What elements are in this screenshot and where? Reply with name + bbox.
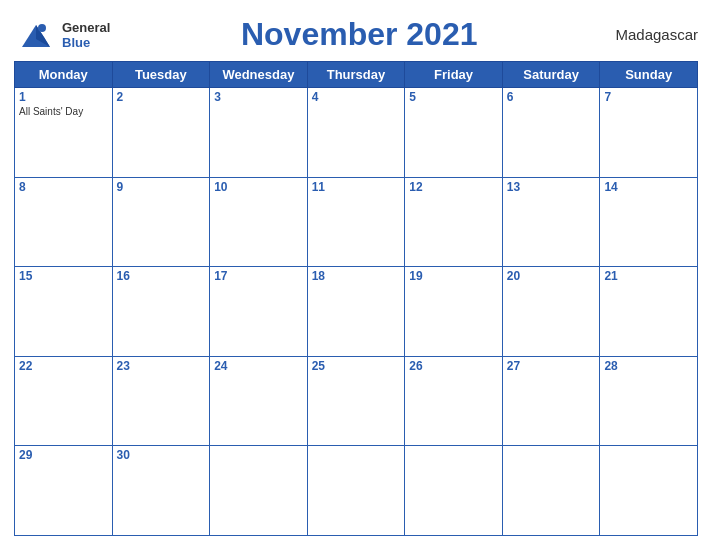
day-cell: 27 — [502, 356, 600, 446]
day-cell: 17 — [210, 267, 308, 357]
day-cell: 16 — [112, 267, 210, 357]
day-cell: 19 — [405, 267, 503, 357]
day-cell: 22 — [15, 356, 113, 446]
day-number: 27 — [507, 359, 596, 373]
day-number: 25 — [312, 359, 401, 373]
day-cell: 24 — [210, 356, 308, 446]
weekday-monday: Monday — [15, 62, 113, 88]
month-title: November 2021 — [110, 16, 608, 53]
day-cell: 8 — [15, 177, 113, 267]
day-number: 17 — [214, 269, 303, 283]
weekday-tuesday: Tuesday — [112, 62, 210, 88]
day-cell: 29 — [15, 446, 113, 536]
day-number: 30 — [117, 448, 206, 462]
day-number: 4 — [312, 90, 401, 104]
day-cell: 3 — [210, 88, 308, 178]
day-cell — [210, 446, 308, 536]
day-number: 13 — [507, 180, 596, 194]
day-number: 23 — [117, 359, 206, 373]
day-cell: 15 — [15, 267, 113, 357]
week-row-3: 15161718192021 — [15, 267, 698, 357]
day-number: 28 — [604, 359, 693, 373]
day-number: 21 — [604, 269, 693, 283]
day-cell: 11 — [307, 177, 405, 267]
weekday-sunday: Sunday — [600, 62, 698, 88]
day-cell: 1All Saints' Day — [15, 88, 113, 178]
week-row-5: 2930 — [15, 446, 698, 536]
day-cell: 14 — [600, 177, 698, 267]
day-cell: 30 — [112, 446, 210, 536]
day-cell — [502, 446, 600, 536]
day-cell — [307, 446, 405, 536]
weekday-saturday: Saturday — [502, 62, 600, 88]
day-number: 9 — [117, 180, 206, 194]
day-cell — [405, 446, 503, 536]
day-cell: 21 — [600, 267, 698, 357]
day-number: 11 — [312, 180, 401, 194]
day-cell: 18 — [307, 267, 405, 357]
week-row-1: 1All Saints' Day234567 — [15, 88, 698, 178]
day-cell: 12 — [405, 177, 503, 267]
event-label: All Saints' Day — [19, 106, 108, 117]
day-cell: 23 — [112, 356, 210, 446]
day-number: 10 — [214, 180, 303, 194]
day-number: 14 — [604, 180, 693, 194]
day-cell: 6 — [502, 88, 600, 178]
day-cell: 10 — [210, 177, 308, 267]
day-number: 19 — [409, 269, 498, 283]
day-cell: 25 — [307, 356, 405, 446]
logo-text: General Blue — [62, 20, 110, 50]
day-number: 26 — [409, 359, 498, 373]
day-number: 24 — [214, 359, 303, 373]
day-cell: 5 — [405, 88, 503, 178]
day-number: 5 — [409, 90, 498, 104]
day-number: 29 — [19, 448, 108, 462]
day-cell: 9 — [112, 177, 210, 267]
day-number: 1 — [19, 90, 108, 104]
day-cell: 2 — [112, 88, 210, 178]
day-cell: 20 — [502, 267, 600, 357]
day-number: 22 — [19, 359, 108, 373]
day-cell: 7 — [600, 88, 698, 178]
weekday-header-row: MondayTuesdayWednesdayThursdayFridaySatu… — [15, 62, 698, 88]
calendar-header: General Blue November 2021 Madagascar — [14, 10, 698, 61]
svg-point-2 — [38, 24, 46, 32]
day-number: 6 — [507, 90, 596, 104]
calendar-table: MondayTuesdayWednesdayThursdayFridaySatu… — [14, 61, 698, 536]
day-number: 12 — [409, 180, 498, 194]
day-number: 18 — [312, 269, 401, 283]
logo: General Blue — [14, 17, 110, 53]
day-cell — [600, 446, 698, 536]
day-cell: 28 — [600, 356, 698, 446]
day-cell: 13 — [502, 177, 600, 267]
weekday-friday: Friday — [405, 62, 503, 88]
day-number: 7 — [604, 90, 693, 104]
day-number: 2 — [117, 90, 206, 104]
country-label: Madagascar — [608, 26, 698, 43]
logo-icon — [14, 17, 58, 53]
day-cell: 26 — [405, 356, 503, 446]
day-cell: 4 — [307, 88, 405, 178]
week-row-2: 891011121314 — [15, 177, 698, 267]
weekday-thursday: Thursday — [307, 62, 405, 88]
weekday-wednesday: Wednesday — [210, 62, 308, 88]
day-number: 3 — [214, 90, 303, 104]
day-number: 20 — [507, 269, 596, 283]
day-number: 15 — [19, 269, 108, 283]
day-number: 16 — [117, 269, 206, 283]
week-row-4: 22232425262728 — [15, 356, 698, 446]
logo-general: General — [62, 20, 110, 35]
logo-blue: Blue — [62, 35, 110, 50]
day-number: 8 — [19, 180, 108, 194]
